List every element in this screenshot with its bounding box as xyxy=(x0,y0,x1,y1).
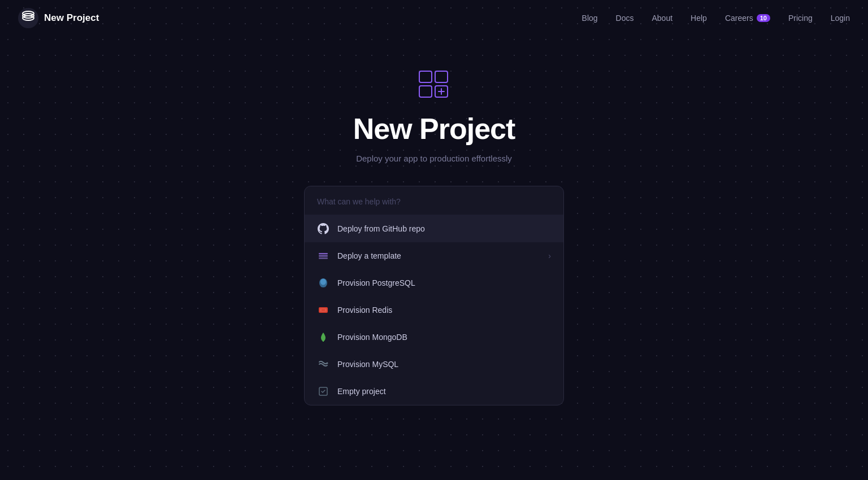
svg-rect-6 xyxy=(419,86,432,97)
mongodb-icon xyxy=(317,331,329,343)
logo-icon xyxy=(18,8,38,28)
main-content: New Project Deploy your app to productio… xyxy=(0,36,868,405)
new-project-card: What can we help with? Deploy from GitHu… xyxy=(304,186,564,405)
nav-careers: Careers xyxy=(725,14,753,23)
menu-item-github[interactable]: Deploy from GitHub repo xyxy=(305,215,563,242)
nav-careers-area[interactable]: Careers 10 xyxy=(725,14,770,23)
menu-item-redis[interactable]: Provision Redis xyxy=(305,296,563,324)
menu-item-redis-label: Provision Redis xyxy=(337,306,551,315)
nav-login[interactable]: Login xyxy=(831,14,850,23)
chevron-right-icon: › xyxy=(548,251,551,260)
nav-blog[interactable]: Blog xyxy=(582,14,598,23)
nav-about[interactable]: About xyxy=(652,14,673,23)
search-area[interactable]: What can we help with? xyxy=(305,186,563,215)
careers-badge-count: 10 xyxy=(757,14,770,22)
menu-item-template[interactable]: Deploy a template › xyxy=(305,242,563,269)
menu-item-empty-label: Empty project xyxy=(337,387,551,396)
menu-item-mongodb[interactable]: Provision MongoDB xyxy=(305,324,563,351)
menu-item-postgresql[interactable]: Provision PostgreSQL xyxy=(305,269,563,296)
svg-rect-5 xyxy=(435,71,448,82)
template-icon xyxy=(317,250,329,262)
postgresql-icon xyxy=(317,277,329,289)
page-subtitle: Deploy your app to production effortless… xyxy=(356,154,512,163)
menu-item-template-label: Deploy a template xyxy=(337,251,540,260)
nav-docs[interactable]: Docs xyxy=(616,14,634,23)
app-icon-grid xyxy=(418,70,450,101)
menu-item-mysql[interactable]: Provision MySQL xyxy=(305,351,563,378)
header: New Project Blog Docs About Help Careers… xyxy=(0,0,868,36)
menu-item-empty[interactable]: Empty project xyxy=(305,378,563,405)
svg-rect-10 xyxy=(319,253,328,255)
svg-rect-4 xyxy=(419,71,432,82)
menu-item-github-label: Deploy from GitHub repo xyxy=(337,224,551,233)
nav-pricing[interactable]: Pricing xyxy=(788,14,813,23)
main-nav: Blog Docs About Help Careers 10 Pricing … xyxy=(582,14,850,23)
empty-project-icon xyxy=(317,385,329,398)
svg-rect-17 xyxy=(322,309,325,311)
search-placeholder: What can we help with? xyxy=(317,197,401,206)
menu-list: Deploy from GitHub repo Deploy a templat… xyxy=(305,215,563,405)
svg-point-19 xyxy=(327,363,328,364)
menu-item-postgresql-label: Provision PostgreSQL xyxy=(337,278,551,287)
logo-title: New Project xyxy=(44,12,99,24)
menu-item-mongodb-label: Provision MongoDB xyxy=(337,333,551,342)
nav-help[interactable]: Help xyxy=(691,14,707,23)
svg-rect-12 xyxy=(319,258,328,259)
svg-point-14 xyxy=(320,279,326,285)
page-title: New Project xyxy=(353,112,515,146)
mysql-icon xyxy=(317,358,329,370)
logo-area[interactable]: New Project xyxy=(18,8,99,28)
menu-item-mysql-label: Provision MySQL xyxy=(337,360,551,369)
redis-icon xyxy=(317,304,329,316)
svg-rect-11 xyxy=(319,255,328,257)
github-icon xyxy=(317,222,329,235)
